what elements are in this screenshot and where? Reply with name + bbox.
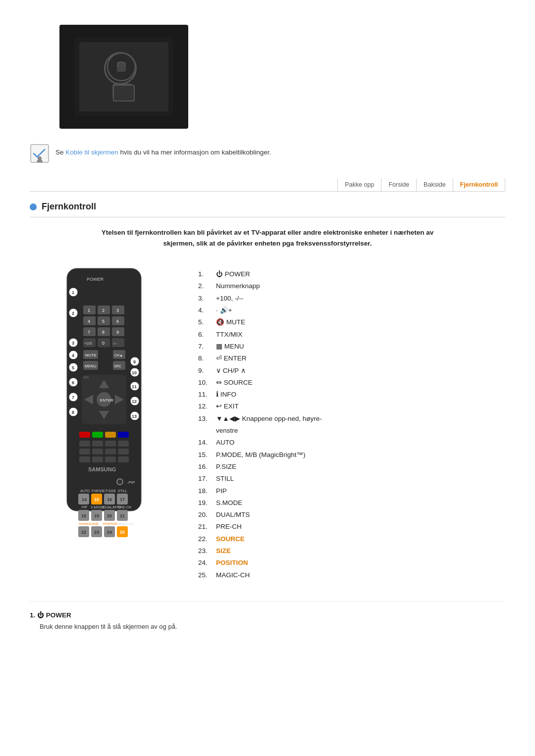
svg-rect-88 [92,456,103,462]
power-heading: 1. ⏻ POWER [30,611,505,619]
svg-rect-76 [92,432,103,438]
list-item: 25. MAGIC-CH [198,569,495,581]
svg-rect-83 [79,449,90,454]
svg-text:SOURCE: SOURCE [79,522,92,525]
list-item: 1. ⏻ POWER [198,268,495,280]
tab-bakside[interactable]: Bakside [417,178,453,191]
list-item: 7. ▦ MENU [198,341,495,353]
list-item: 6. TTX/MIX [198,329,495,341]
tab-pakke-opp[interactable]: Pakke opp [337,178,381,191]
svg-rect-1 [79,42,168,111]
tab-fjernkontroll[interactable]: Fjernkontroll [453,178,505,191]
svg-text:PIP: PIP [82,505,88,509]
remote-section: POWER 1 2 1 2 3 4 5 6 [40,263,495,581]
remote-control-image: POWER 1 2 1 2 3 4 5 6 [40,263,178,572]
svg-text:P.MODE: P.MODE [92,489,105,493]
svg-text:25: 25 [120,530,125,535]
list-item: 22. SOURCE [198,533,495,545]
svg-text:12: 12 [132,399,137,404]
svg-text:2: 2 [102,308,105,313]
svg-text:AUTO: AUTO [80,489,90,493]
svg-text:8: 8 [72,410,74,415]
svg-text:15: 15 [94,497,99,502]
svg-text:0: 0 [102,341,105,346]
monitor-image [59,25,188,129]
svg-text:PRE-CH: PRE-CH [118,505,131,509]
svg-point-2 [107,53,135,81]
svg-rect-79 [79,441,90,447]
svg-rect-82 [118,441,129,447]
svg-rect-85 [105,449,116,454]
svg-rect-80 [92,441,103,447]
notice-icon [30,144,50,163]
list-item: 2. Nummerknapp [198,280,495,292]
svg-rect-89 [105,456,116,462]
svg-text:POWER: POWER [87,277,104,282]
svg-text:1: 1 [72,290,74,295]
svg-rect-77 [105,432,116,438]
svg-text:P.SIZE: P.SIZE [106,489,116,493]
svg-text:STILL: STILL [118,489,127,493]
notice-link[interactable]: Koble til skjermen [65,149,118,156]
list-item: 24. POSITION [198,557,495,569]
svg-text:7: 7 [88,330,90,335]
svg-rect-86 [118,449,129,454]
svg-text:VOL: VOL [83,376,90,379]
svg-rect-81 [105,441,116,447]
notice-area: Se Koble til skjermen hvis du vil ha mer… [30,144,505,163]
svg-text:21: 21 [120,513,125,518]
svg-rect-84 [92,449,103,454]
section-title: Fjernkontroll [42,202,96,212]
list-item: 3. +100, -/-- [198,293,495,304]
svg-rect-87 [79,456,90,462]
svg-text:3: 3 [116,308,119,313]
svg-text:7: 7 [72,395,74,400]
svg-text:18: 18 [81,513,86,518]
svg-text:23: 23 [94,530,99,535]
svg-text:24: 24 [107,530,112,535]
svg-text:5: 5 [102,319,105,324]
svg-text:10: 10 [132,370,137,375]
nav-tabs: Pakke opp Forside Bakside Fjernkontroll [30,178,505,192]
tab-forside[interactable]: Forside [381,178,417,191]
svg-text:19: 19 [94,513,99,518]
button-list-items: 1. ⏻ POWER 2. Nummerknapp 3. +100, -/-- … [198,268,495,581]
svg-text:POSITION: POSITION [103,522,117,525]
notice-text: Se Koble til skjermen hvis du vil ha mer… [55,144,271,157]
svg-rect-75 [79,432,90,438]
svg-text:20: 20 [107,513,112,518]
list-item: 12. ↩ EXIT [198,401,495,412]
svg-rect-4 [113,84,132,98]
svg-text:14: 14 [82,497,87,502]
svg-text:13: 13 [132,414,137,419]
section-header: Fjernkontroll [30,202,505,212]
svg-rect-78 [118,432,129,438]
list-item: 14. AUTO [198,437,495,449]
svg-text:SRC: SRC [114,364,121,368]
svg-text:MAGIC-CH: MAGIC-CH [118,522,133,525]
svg-text:4: 4 [72,353,74,358]
power-description: Bruk denne knappen til å slå skjermen av… [40,623,505,630]
svg-text:11: 11 [132,384,137,389]
svg-text:MENU: MENU [85,364,97,368]
svg-text:+100: +100 [84,342,92,345]
list-item: 21. PRE-CH [198,521,495,533]
list-item: 8. ⏎ ENTER [198,353,495,364]
list-item: 9. ∨ CH/P ∧ [198,365,495,377]
svg-text:CH▲: CH▲ [114,353,123,357]
divider [30,217,505,217]
svg-point-93 [117,479,123,485]
svg-text:6: 6 [116,319,119,324]
list-item: 17. STILL [198,473,495,485]
list-item: 18. PIP [198,485,495,497]
list-item: 15. P.MODE, M/B (MagicBright™) [198,449,495,461]
svg-text:SAMSUNG: SAMSUNG [88,466,116,472]
svg-text:SIZE: SIZE [92,522,99,525]
list-item: 10. ⇔ SOURCE [198,377,495,389]
svg-text:1: 1 [88,308,90,313]
svg-text:MUTE: MUTE [85,353,97,357]
svg-text:2: 2 [72,311,74,316]
list-item: 4. · 🔊+ [198,304,495,316]
list-item: 16. P.SIZE [198,461,495,473]
power-section: 1. ⏻ POWER Bruk denne knappen til å slå … [30,601,505,630]
